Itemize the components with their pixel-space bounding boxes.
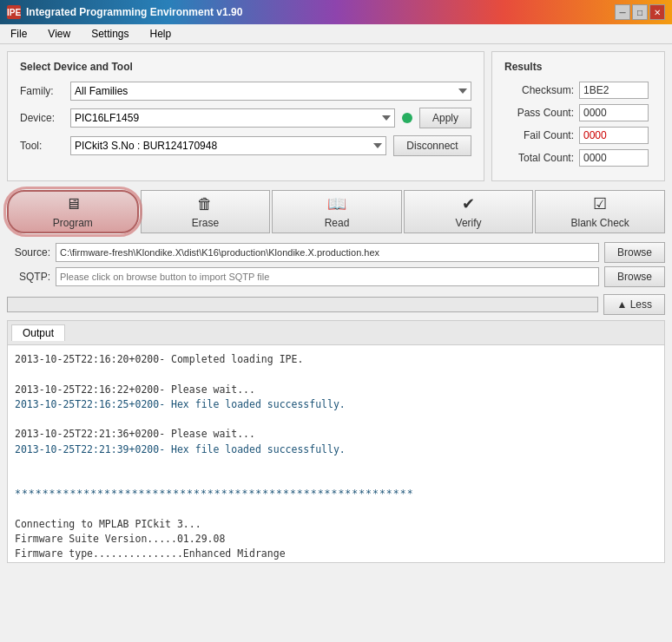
pass-count-row: Pass Count:	[504, 104, 652, 121]
checksum-value[interactable]	[579, 82, 649, 99]
checksum-row: Checksum:	[504, 82, 652, 99]
output-line	[15, 502, 657, 517]
family-select[interactable]: All Families	[70, 82, 471, 101]
sqtp-row: SQTP: Browse	[7, 266, 665, 287]
program-label: Program	[53, 217, 93, 229]
device-select[interactable]: PIC16LF1459	[70, 108, 395, 128]
erase-label: Erase	[192, 217, 219, 229]
output-line	[15, 412, 657, 427]
source-path-input[interactable]	[56, 243, 599, 262]
output-tab-label[interactable]: Output	[11, 324, 65, 341]
verify-button[interactable]: ✔ Verify	[404, 190, 534, 233]
sqtp-browse-button[interactable]: Browse	[604, 266, 665, 287]
menu-bar: File View Settings Help	[0, 24, 672, 44]
app-icon: IPE	[7, 5, 21, 19]
output-line: ****************************************…	[15, 487, 657, 501]
blank-check-label: Blank Check	[570, 217, 629, 229]
output-line	[15, 367, 657, 382]
top-section: Select Device and Tool Family: All Famil…	[7, 51, 665, 181]
read-button[interactable]: 📖 Read	[272, 190, 402, 233]
output-line: Firmware Suite Version.....01.29.08	[15, 532, 657, 547]
family-label: Family:	[20, 85, 63, 97]
verify-label: Verify	[456, 217, 482, 229]
less-button[interactable]: ▲ Less	[603, 294, 665, 315]
source-label: Source:	[7, 246, 50, 259]
pass-count-label: Pass Count:	[504, 107, 574, 119]
fail-count-row: Fail Count:	[504, 127, 652, 144]
fail-count-value[interactable]	[579, 127, 649, 144]
connection-indicator	[402, 113, 412, 123]
output-line: 2013-10-25T22:16:20+0200- Completed load…	[15, 352, 657, 367]
tool-row: Tool: PICkit3 S.No : BUR124170948 Discon…	[20, 135, 471, 156]
output-content[interactable]: 2013-10-25T22:16:20+0200- Completed load…	[8, 345, 664, 562]
progress-row: ▲ Less	[7, 294, 665, 315]
menu-file[interactable]: File	[3, 26, 34, 42]
output-line: 2013-10-25T22:21:36+0200- Please wait...	[15, 427, 657, 442]
output-line: Connecting to MPLAB PICkit 3...	[15, 517, 657, 532]
output-line: 2013-10-25T22:16:25+0200- Hex file loade…	[15, 397, 657, 412]
source-row: Source: Browse	[7, 242, 665, 263]
minimize-button[interactable]: ─	[615, 4, 630, 20]
total-count-value[interactable]	[579, 149, 649, 167]
pass-count-value[interactable]	[579, 104, 649, 121]
total-count-label: Total Count:	[504, 152, 574, 164]
total-count-row: Total Count:	[504, 149, 652, 167]
menu-help[interactable]: Help	[143, 26, 179, 42]
apply-button[interactable]: Apply	[419, 108, 471, 128]
title-bar: IPE Integrated Programming Environment v…	[0, 0, 672, 24]
blank-check-button[interactable]: ☑ Blank Check	[535, 190, 665, 233]
checksum-label: Checksum:	[504, 84, 574, 96]
main-container: Select Device and Tool Family: All Famil…	[0, 44, 672, 570]
device-tool-title: Select Device and Tool	[20, 61, 471, 73]
device-tool-panel: Select Device and Tool Family: All Famil…	[7, 51, 484, 181]
program-button[interactable]: 🖥 Program	[7, 190, 139, 233]
output-line	[15, 562, 657, 563]
output-line: 2013-10-25T22:21:39+0200- Hex file loade…	[15, 442, 657, 457]
blank-check-icon: ☑	[593, 194, 607, 213]
verify-icon: ✔	[462, 194, 475, 213]
output-line	[15, 472, 657, 487]
menu-settings[interactable]: Settings	[84, 26, 135, 42]
app-title: Integrated Programming Environment v1.90	[26, 6, 242, 18]
output-line	[15, 457, 657, 472]
fail-count-label: Fail Count:	[504, 129, 574, 141]
disconnect-button[interactable]: Disconnect	[393, 135, 471, 156]
erase-icon: 🗑	[197, 195, 213, 213]
progress-bar	[7, 297, 598, 312]
program-icon: 🖥	[65, 195, 81, 213]
sqtp-label: SQTP:	[7, 271, 50, 283]
sqtp-input[interactable]	[56, 267, 599, 286]
menu-view[interactable]: View	[41, 26, 77, 42]
title-bar-left: IPE Integrated Programming Environment v…	[7, 5, 242, 19]
output-section: Output 2013-10-25T22:16:20+0200- Complet…	[7, 320, 665, 563]
maximize-button[interactable]: □	[632, 4, 648, 20]
output-tab: Output	[8, 321, 664, 345]
actions-row: 🖥 Program 🗑 Erase 📖 Read ✔ Verify ☑ Blan…	[7, 190, 665, 233]
results-panel: Results Checksum: Pass Count: Fail Count…	[491, 51, 665, 181]
read-label: Read	[325, 217, 350, 229]
file-section: Source: Browse SQTP: Browse ▲ Less	[7, 242, 665, 315]
close-button[interactable]: ✕	[649, 4, 665, 20]
tool-label: Tool:	[20, 140, 63, 152]
output-line: Firmware type...............Enhanced Mid…	[15, 547, 657, 561]
title-bar-controls: ─ □ ✕	[615, 4, 665, 20]
results-title: Results	[504, 61, 652, 73]
source-browse-button[interactable]: Browse	[604, 242, 665, 263]
device-label: Device:	[20, 112, 63, 124]
tool-select[interactable]: PICkit3 S.No : BUR124170948	[70, 136, 386, 155]
erase-button[interactable]: 🗑 Erase	[141, 190, 271, 233]
output-line: 2013-10-25T22:16:22+0200- Please wait...	[15, 383, 657, 397]
family-row: Family: All Families	[20, 82, 471, 101]
read-icon: 📖	[327, 194, 346, 213]
device-row: Device: PIC16LF1459 Apply	[20, 108, 471, 128]
